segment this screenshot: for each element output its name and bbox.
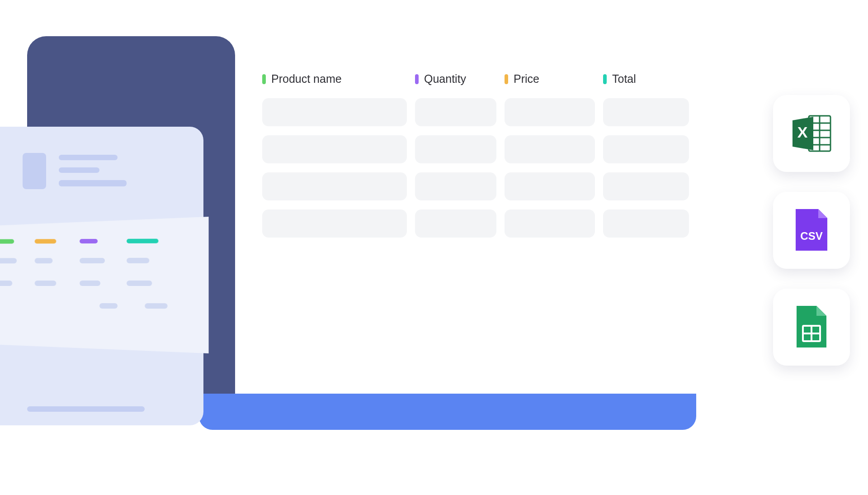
document-data-line: [99, 303, 118, 309]
table-cell: [262, 98, 407, 126]
device-base-bar: [199, 394, 696, 430]
table-cell: [505, 209, 595, 238]
export-csv[interactable]: CSV: [773, 192, 850, 269]
document-line: [59, 155, 118, 160]
column-header-quantity: Quantity: [415, 72, 496, 86]
table-row: [262, 135, 683, 163]
table-cell: [262, 135, 407, 163]
indicator-icon: [505, 74, 508, 84]
table-cell: [603, 135, 689, 163]
table-header-row: Product name Quantity Price Total: [262, 72, 683, 86]
table-cell: [415, 98, 496, 126]
table-cell: [603, 172, 689, 200]
column-header-label: Price: [514, 72, 539, 86]
csv-file-icon: CSV: [794, 208, 829, 252]
table-cell: [603, 98, 689, 126]
table-cell: [505, 172, 595, 200]
svg-text:X: X: [797, 124, 808, 141]
table-cell: [262, 209, 407, 238]
document-block: [23, 153, 46, 189]
document-data-line: [35, 258, 53, 263]
table-row: [262, 172, 683, 200]
table-cell: [603, 209, 689, 238]
table-cell: [505, 135, 595, 163]
export-excel[interactable]: X: [773, 95, 850, 172]
table-cell: [415, 209, 496, 238]
document-data-line: [0, 258, 17, 263]
column-header-product: Product name: [262, 72, 407, 86]
document-line: [59, 167, 99, 173]
table-cell: [505, 98, 595, 126]
document-data-line: [35, 281, 57, 286]
export-options: X CSV: [773, 95, 850, 366]
table-row: [262, 98, 683, 126]
column-header-label: Product name: [271, 72, 342, 86]
column-indicator: [80, 239, 98, 243]
document-data-line: [127, 281, 152, 286]
source-document: [0, 127, 203, 425]
document-footer-line: [27, 406, 145, 412]
column-header-total: Total: [603, 72, 689, 86]
column-header-label: Quantity: [424, 72, 466, 86]
document-data-line: [127, 258, 149, 263]
document-fold: [0, 217, 209, 353]
google-sheets-icon: [795, 305, 828, 349]
extracted-data-panel: Product name Quantity Price Total: [235, 36, 696, 394]
document-data-line: [145, 303, 167, 309]
column-header-label: Total: [612, 72, 636, 86]
excel-icon: X: [791, 114, 832, 153]
column-header-price: Price: [505, 72, 595, 86]
indicator-icon: [415, 74, 419, 84]
indicator-icon: [262, 74, 266, 84]
column-indicator: [35, 239, 57, 243]
document-data-line: [80, 258, 105, 263]
svg-text:CSV: CSV: [800, 230, 822, 242]
indicator-icon: [603, 74, 607, 84]
document-data-line: [0, 281, 12, 286]
column-indicator: [0, 239, 14, 244]
data-table: Product name Quantity Price Total: [262, 72, 683, 238]
table-cell: [262, 172, 407, 200]
table-cell: [415, 135, 496, 163]
export-sheets[interactable]: [773, 289, 850, 366]
document-data-line: [80, 281, 100, 286]
table-row: [262, 209, 683, 238]
column-indicator: [127, 239, 158, 243]
document-line: [59, 180, 127, 186]
table-cell: [415, 172, 496, 200]
